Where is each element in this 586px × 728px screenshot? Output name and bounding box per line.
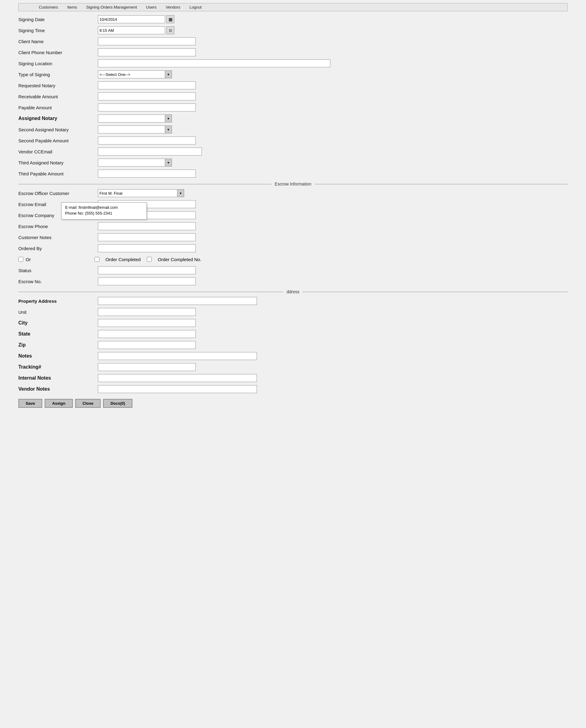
signing-location-row: Signing Location — [18, 58, 568, 68]
vendor-ccemail-input[interactable] — [98, 148, 202, 155]
vendor-notes-label: Vendor Notes — [18, 386, 98, 392]
client-name-label: Client Name — [18, 39, 98, 44]
second-payable-amount-input[interactable] — [98, 136, 196, 145]
second-assigned-notary-arrow[interactable]: ▼ — [165, 126, 172, 133]
vendor-ccemail-label: Vendor CCEmail — [18, 149, 98, 154]
city-input[interactable] — [98, 319, 196, 327]
button-row: Save Assign Close Docs(0) — [18, 399, 568, 408]
ordered-by-row: Ordered By — [18, 243, 568, 253]
signing-time-input-group: ⊙ — [98, 26, 174, 34]
address-section-title: ddress — [287, 289, 299, 294]
signing-date-input[interactable] — [98, 15, 165, 23]
escrow-tooltip: E-mail: firstmfinal@email.com Phone No: … — [61, 202, 147, 220]
client-phone-input[interactable] — [98, 48, 196, 56]
escrow-officer-dropdown[interactable]: First M. Final ▼ — [98, 189, 184, 197]
escrow-no-row: Escrow No. — [18, 276, 568, 286]
third-payable-amount-input[interactable] — [98, 170, 196, 178]
escrow-phone-label: Escrow Phone — [18, 224, 98, 229]
client-name-input[interactable] — [98, 37, 196, 45]
notes-input[interactable] — [98, 352, 257, 360]
assigned-notary-label: Assigned Notary — [18, 116, 98, 121]
menu-signing-orders[interactable]: Signing Orders Management — [84, 4, 139, 10]
requested-notary-input[interactable] — [98, 81, 196, 90]
signing-time-input[interactable] — [98, 26, 165, 34]
escrow-officer-value: First M. Final — [99, 191, 122, 196]
signing-date-row: Signing Date ▦ — [18, 15, 568, 24]
second-assigned-notary-field[interactable] — [98, 126, 165, 133]
third-assigned-notary-field[interactable] — [98, 158, 165, 167]
escrow-section-title: Escrow Information — [275, 181, 311, 186]
status-input[interactable] — [98, 266, 196, 274]
internal-notes-row: Internal Notes — [18, 373, 568, 383]
type-of-signing-arrow[interactable]: ▼ — [165, 70, 172, 78]
second-payable-amount-row: Second Payable Amount — [18, 135, 568, 145]
requested-notary-label: Requested Notary — [18, 83, 98, 88]
calendar-icon[interactable]: ▦ — [166, 15, 174, 23]
order-instructions-label: Or — [26, 257, 31, 262]
customer-notes-input[interactable] — [98, 233, 196, 241]
third-assigned-notary-dropdown[interactable]: ▼ — [98, 158, 172, 167]
menu-customers[interactable]: Customers — [37, 4, 60, 10]
receivable-amount-input[interactable] — [98, 93, 196, 100]
order-completed-no-checkbox[interactable] — [147, 257, 152, 262]
escrow-officer-field[interactable]: First M. Final — [98, 189, 178, 197]
ordered-by-input[interactable] — [98, 244, 196, 252]
escrow-phone-input[interactable] — [98, 222, 196, 230]
receivable-amount-label: Receivable Amount — [18, 94, 98, 99]
menu-vendors[interactable]: Vendors — [164, 4, 182, 10]
escrow-officer-arrow[interactable]: ▼ — [178, 189, 184, 197]
assign-button[interactable]: Assign — [45, 399, 73, 408]
second-assigned-notary-label: Second Assigned Notary — [18, 127, 98, 132]
assigned-notary-field[interactable] — [98, 115, 165, 122]
menu-items[interactable]: Items — [65, 4, 79, 10]
save-button[interactable]: Save — [18, 399, 42, 408]
type-of-signing-label: Type of Signing — [18, 72, 98, 77]
tracking-row: Tracking# — [18, 362, 568, 372]
payable-amount-input[interactable] — [98, 103, 196, 111]
signing-location-input[interactable] — [98, 59, 330, 67]
third-assigned-notary-label: Third Assigned Notary — [18, 160, 98, 165]
order-completed-no-label: Order Completed No. — [158, 257, 202, 262]
tracking-input[interactable] — [98, 363, 196, 371]
escrow-section-divider: Escrow Information — [18, 181, 568, 186]
escrow-no-label: Escrow No. — [18, 279, 98, 284]
second-assigned-notary-row: Second Assigned Notary ▼ — [18, 125, 568, 134]
docs-button[interactable]: Docs(0) — [103, 399, 132, 408]
status-label: Status — [18, 268, 98, 273]
vendor-notes-input[interactable] — [98, 385, 257, 393]
menu-logout[interactable]: Logout — [188, 4, 204, 10]
order-completed-checkbox[interactable] — [95, 257, 99, 262]
menu-bar: Customers Items Signing Orders Managemen… — [18, 3, 568, 11]
payable-amount-label: Payable Amount — [18, 105, 98, 110]
ordered-by-label: Ordered By — [18, 246, 98, 251]
tracking-label: Tracking# — [18, 364, 98, 370]
third-payable-amount-label: Third Payable Amount — [18, 171, 98, 176]
escrow-phone-row: Escrow Phone — [18, 221, 568, 231]
second-assigned-notary-dropdown[interactable]: ▼ — [98, 126, 172, 133]
property-address-input[interactable] — [98, 297, 257, 305]
internal-notes-label: Internal Notes — [18, 375, 98, 381]
escrow-no-input[interactable] — [98, 277, 196, 285]
notes-row: Notes — [18, 351, 568, 361]
state-input[interactable] — [98, 330, 196, 338]
assigned-notary-arrow[interactable]: ▼ — [165, 115, 172, 122]
assigned-notary-dropdown[interactable]: ▼ — [98, 115, 172, 122]
close-button[interactable]: Close — [75, 399, 101, 408]
internal-notes-input[interactable] — [98, 374, 257, 382]
zip-input[interactable] — [98, 341, 196, 349]
receivable-amount-row: Receivable Amount — [18, 92, 568, 101]
unit-input[interactable] — [98, 308, 196, 316]
order-completed-label: Order Completed — [106, 257, 141, 262]
type-of-signing-dropdown[interactable]: <---Select One--> ▼ — [98, 70, 172, 78]
type-of-signing-field[interactable]: <---Select One--> — [98, 70, 165, 78]
third-assigned-notary-arrow[interactable]: ▼ — [165, 158, 172, 167]
menu-users[interactable]: Users — [144, 4, 158, 10]
order-instructions-checkbox[interactable] — [18, 257, 23, 262]
clock-icon[interactable]: ⊙ — [166, 26, 174, 34]
main-form: Signing Date ▦ Signing Time ⊙ Client Nam… — [0, 11, 586, 414]
signing-date-input-group: ▦ — [98, 15, 174, 23]
signing-date-label: Signing Date — [18, 17, 98, 22]
third-assigned-notary-row: Third Assigned Notary ▼ — [18, 158, 568, 168]
third-payable-amount-row: Third Payable Amount — [18, 169, 568, 178]
address-divider-right — [302, 292, 568, 292]
